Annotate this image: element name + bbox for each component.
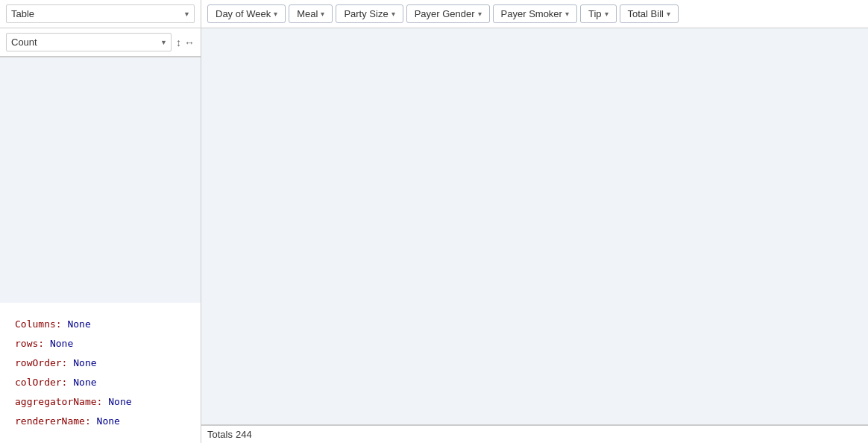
filter-payer-gender-label: Payer Gender: [415, 8, 475, 19]
filter-payer-smoker-arrow: ▾: [565, 10, 569, 18]
filter-payer-gender[interactable]: Payer Gender ▾: [406, 4, 490, 23]
left-panel: Table Bar Chart Line Chart Heatmap Count…: [0, 0, 201, 443]
totals-label: Totals: [207, 429, 233, 440]
renderer-select-wrapper: Table Bar Chart Line Chart Heatmap: [6, 4, 195, 23]
info-section: Columns: None rows: None rowOrder: None …: [0, 303, 201, 443]
colOrder-value: None: [73, 377, 96, 388]
aggregator-select-row: Count Sum Average Min Max ↕ ↔: [0, 28, 201, 57]
filter-total-bill-arrow: ▾: [667, 10, 670, 18]
filter-party-size-arrow: ▾: [391, 10, 395, 18]
filter-party-size[interactable]: Party Size ▾: [336, 4, 403, 23]
aggregator-select[interactable]: Count Sum Average Min Max: [6, 33, 172, 51]
filter-tip-arrow: ▾: [605, 10, 608, 18]
filter-party-size-label: Party Size: [344, 8, 388, 19]
rendererName-value: None: [97, 415, 120, 427]
rowOrder-key: rowOrder:: [15, 357, 67, 368]
filter-payer-gender-arrow: ▾: [478, 10, 482, 18]
renderer-select[interactable]: Table Bar Chart Line Chart Heatmap: [6, 4, 195, 23]
info-rowOrder: rowOrder: None: [15, 354, 186, 373]
aggregatorName-value: None: [108, 396, 131, 407]
left-drag-area: [0, 57, 201, 303]
rowOrder-value: None: [73, 357, 96, 368]
info-colOrder: colOrder: None: [15, 373, 186, 392]
colOrder-key: colOrder:: [15, 377, 67, 388]
filter-payer-smoker-label: Payer Smoker: [501, 8, 562, 19]
filter-payer-smoker[interactable]: Payer Smoker ▾: [493, 4, 577, 23]
left-top: Table Bar Chart Line Chart Heatmap Count…: [0, 0, 201, 57]
filter-day-of-week-arrow: ▾: [274, 10, 277, 18]
info-columns: Columns: None: [15, 315, 186, 334]
filter-meal[interactable]: Meal ▾: [289, 4, 333, 23]
filter-tip[interactable]: Tip ▾: [580, 4, 617, 23]
filter-bar: Day of Week ▾ Meal ▾ Party Size ▾ Payer …: [201, 0, 868, 28]
data-area: [201, 28, 868, 425]
aggregator-select-wrapper: Count Sum Average Min Max: [6, 33, 172, 51]
right-panel: Day of Week ▾ Meal ▾ Party Size ▾ Payer …: [201, 0, 868, 443]
sort-horizontal-icon[interactable]: ↔: [184, 37, 195, 48]
sort-vertical-icon[interactable]: ↕: [176, 37, 181, 48]
info-rows: rows: None: [15, 334, 186, 354]
aggregatorName-key: aggregatorName:: [15, 396, 102, 407]
info-rendererName: rendererName: None: [15, 412, 186, 431]
rendererName-key: rendererName:: [15, 415, 91, 427]
filter-meal-label: Meal: [297, 8, 318, 19]
filter-tip-label: Tip: [588, 8, 602, 19]
filter-total-bill-label: Total Bill: [628, 8, 664, 19]
totals-row: Totals 244: [201, 425, 868, 443]
renderer-select-row: Table Bar Chart Line Chart Heatmap: [0, 0, 201, 28]
info-aggregatorName: aggregatorName: None: [15, 392, 186, 412]
filter-total-bill[interactable]: Total Bill ▾: [620, 4, 679, 23]
rows-value: None: [50, 338, 73, 349]
totals-value: 244: [236, 429, 252, 440]
filter-day-of-week[interactable]: Day of Week ▾: [207, 4, 286, 23]
sort-icons: ↕ ↔: [176, 37, 195, 48]
columns-value: None: [67, 318, 90, 330]
rows-key: rows:: [15, 338, 44, 349]
main-container: Table Bar Chart Line Chart Heatmap Count…: [0, 0, 868, 443]
filter-day-of-week-label: Day of Week: [216, 8, 271, 19]
filter-meal-arrow: ▾: [321, 10, 324, 18]
columns-key: Columns:: [15, 318, 62, 330]
